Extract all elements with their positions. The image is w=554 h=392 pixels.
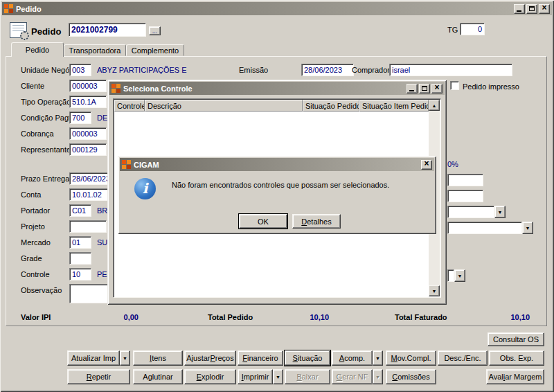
column-header-situacao-item-pedido[interactable]: Situação Item Pedido (359, 100, 429, 112)
ajustar-precos-button[interactable]: Ajustar Preços (184, 350, 236, 366)
right-combo-2-field[interactable] (447, 222, 522, 234)
controle-field[interactable]: 10 (69, 268, 91, 280)
acomp-dropdown-arrow[interactable] (373, 350, 383, 366)
observacao-label: Observação (21, 286, 62, 294)
financeiro-button[interactable]: Financeiro (238, 350, 283, 366)
maximize-icon (420, 84, 429, 93)
pedido-impresso-checkbox[interactable] (450, 81, 459, 90)
portador-field[interactable]: C01 (69, 204, 91, 217)
gerar-nf-button[interactable]: Gerar NF (332, 369, 373, 384)
percent-value-text: 0% (447, 160, 458, 168)
acomp-button[interactable]: Acomp. (332, 350, 373, 366)
controle-label: Controle (21, 270, 50, 278)
cigam-message-dialog: CIGAM Não foram encontrados controles qu… (118, 156, 436, 234)
representante-label: Representante (21, 145, 71, 154)
cigam-dialog-icon (122, 160, 131, 169)
column-header-descricao[interactable]: Descrição (145, 100, 303, 112)
unidade-negocio-field[interactable]: 003 (69, 64, 91, 76)
itens-button[interactable]: Itens (133, 350, 183, 366)
total-pedido-value: 10,10 (280, 313, 329, 321)
aglutinar-button[interactable]: Aglutinar (133, 369, 183, 384)
column-header-situacao-pedido[interactable]: Situação Pedido (303, 100, 359, 112)
mercado-field[interactable]: 01 (69, 236, 91, 249)
cigam-dialog-titlebar[interactable]: CIGAM (120, 158, 434, 171)
right-combo-3-arrow[interactable] (454, 269, 465, 282)
tipo-operacao-field[interactable]: 510.1A (69, 96, 107, 108)
order-number-field[interactable]: 2021002799 (69, 23, 146, 37)
cigam-dialog-title: CIGAM (134, 161, 418, 169)
tab-transportadora[interactable]: Transportadora (64, 44, 126, 56)
tg-field[interactable]: 0 (460, 23, 485, 35)
total-faturado-value: 10,10 (481, 313, 530, 321)
baixar-button[interactable]: Baixar (285, 369, 330, 384)
total-faturado-label: Total Faturado (395, 313, 447, 321)
desc-enc-button[interactable]: Desc./Enc. (438, 350, 488, 366)
cliente-field[interactable]: 000003 (69, 80, 107, 92)
condicao-pagto-field[interactable]: 700 (69, 112, 91, 124)
consultar-os-button[interactable]: Consultar OS (488, 332, 544, 346)
pedido-window: Pedido Pedido 2021002799 ... TG 0 Pedido… (0, 0, 554, 392)
situacao-button[interactable]: Situação (285, 350, 330, 366)
atualizar-imp-button[interactable]: Atualizar Imp (67, 350, 120, 366)
seleciona-maximize-button[interactable] (419, 84, 430, 93)
avaliar-margem-button[interactable]: Avaliar Margem (486, 369, 544, 384)
detalhes-button[interactable]: Detalhes (292, 214, 341, 229)
right-combo-3-field[interactable] (447, 269, 454, 282)
imprimir-button[interactable]: Imprimir (238, 369, 273, 384)
maximize-button[interactable] (526, 4, 537, 14)
right-field-2[interactable] (447, 190, 483, 202)
grade-label: Grade (21, 254, 42, 262)
valor-ipi-value: 0,00 (90, 313, 138, 321)
pedido-header-label: Pedido (31, 26, 61, 37)
order-browse-button[interactable]: ... (149, 26, 161, 35)
seleciona-minimize-button[interactable] (406, 84, 418, 93)
right-field-1[interactable] (447, 174, 483, 186)
scroll-up-icon[interactable] (429, 100, 440, 111)
atualizar-imp-dropdown-arrow[interactable] (120, 350, 130, 366)
mov-compl-button[interactable]: Mov.Compl. (386, 350, 436, 366)
window-caption-buttons (514, 4, 550, 14)
gerar-nf-dropdown-arrow[interactable] (373, 369, 383, 384)
repetir-button[interactable]: Repetir (67, 369, 130, 384)
controles-table-header: Controle Descrição Situação Pedido Situa… (114, 100, 429, 112)
seleciona-controle-titlebar[interactable]: Seleciona Controle (109, 82, 445, 95)
emissao-label: Emissão (239, 66, 268, 74)
pedido-form-icon (10, 22, 27, 38)
projeto-field[interactable] (69, 220, 107, 233)
emissao-field[interactable]: 28/06/2023 (301, 64, 354, 76)
minimize-icon (515, 5, 524, 13)
grade-field[interactable] (69, 252, 91, 265)
total-pedido-label: Total Pedido (208, 313, 253, 321)
app-icon (4, 4, 13, 13)
column-header-controle[interactable]: Controle (114, 100, 145, 112)
tipo-operacao-label: Tipo Operação (21, 98, 71, 106)
info-icon (134, 178, 156, 199)
comprador-field[interactable]: israel (389, 64, 512, 76)
scroll-down-icon[interactable] (429, 285, 440, 296)
right-combo-2-arrow[interactable] (522, 222, 533, 234)
seleciona-close-button[interactable] (431, 84, 443, 93)
window-titlebar[interactable]: Pedido (2, 2, 552, 15)
explodir-button[interactable]: Explodir (184, 369, 236, 384)
representante-field[interactable]: 000129 (69, 143, 107, 156)
minimize-button[interactable] (514, 4, 525, 14)
comissoes-button[interactable]: Comissões (386, 369, 436, 384)
right-combo-1-arrow[interactable] (494, 206, 506, 218)
cobranca-field[interactable]: 000003 (69, 127, 107, 140)
portador-label: Portador (21, 206, 50, 215)
imprimir-dropdown-arrow[interactable] (273, 369, 283, 384)
cigam-close-button[interactable] (421, 160, 432, 170)
window-title: Pedido (16, 5, 511, 13)
pedido-impresso-label: Pedido impresso (463, 82, 519, 91)
right-combo-1-field[interactable] (447, 206, 494, 218)
close-icon (539, 5, 549, 13)
seleciona-controle-icon (111, 84, 120, 93)
obs-exp-button[interactable]: Obs. Exp. (489, 350, 544, 366)
projeto-label: Projeto (21, 222, 45, 231)
close-button[interactable] (539, 4, 550, 14)
close-icon (432, 84, 442, 93)
ok-button[interactable]: OK (239, 214, 287, 229)
tab-complemento[interactable]: Complemento (126, 44, 184, 56)
valor-ipi-label: Valor IPI (21, 313, 51, 321)
tab-pedido[interactable]: Pedido (11, 42, 64, 57)
